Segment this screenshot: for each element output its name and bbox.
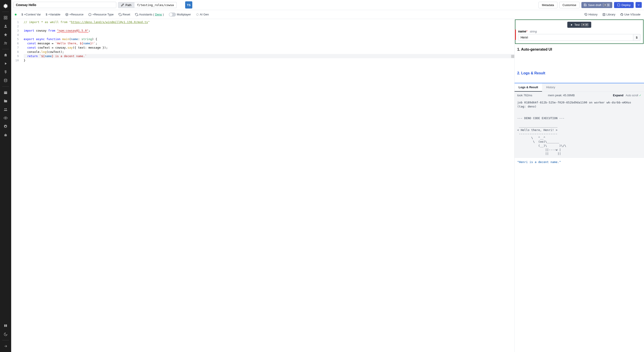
sidebar-arrow-right-icon[interactable] (2, 342, 10, 350)
deploy-label: Deploy (622, 3, 630, 7)
section-logs-title: 2. Logs & Result (514, 68, 644, 76)
sidebar-play-icon[interactable] (2, 60, 10, 68)
cube-icon (88, 13, 92, 16)
cube-icon (65, 13, 68, 16)
param-variable-button[interactable]: $ (633, 34, 640, 41)
sidebar-group-icon[interactable] (2, 105, 10, 113)
line-number: 5 (11, 37, 19, 41)
sidebar-eye-icon[interactable] (2, 114, 10, 122)
toolbar: $ +Context Var $ +Variable +Resource +Re… (11, 10, 644, 19)
variable-label: +Variable (48, 13, 60, 16)
sidebar-gear-icon[interactable] (2, 122, 10, 130)
toggle-icon[interactable] (169, 13, 176, 17)
svg-rect-15 (603, 13, 605, 16)
test-kbd-enter: ↵ (586, 23, 588, 26)
save-icon (584, 3, 587, 7)
history-icon (584, 13, 588, 16)
path-button[interactable]: Path (118, 2, 134, 8)
tab-logs-result[interactable]: Logs & Result (514, 83, 542, 92)
code-body[interactable]: // import * as wmill from "https://deno.… (22, 19, 514, 352)
line-gutter: 1 2 3 4 5 6 7 8 9 10 (11, 19, 22, 352)
code-editor[interactable]: 1 2 3 4 5 6 7 8 9 10 // import * as wmil… (11, 19, 514, 352)
save-draft-label: Save draft (588, 3, 601, 7)
use-vscode-label: Use VScode (624, 13, 640, 16)
svg-rect-12 (4, 134, 7, 136)
assistants-button[interactable]: Assistants (Deno) (135, 13, 164, 16)
resource-button[interactable]: +Resource (65, 13, 84, 16)
expand-button[interactable]: Expand (613, 94, 624, 97)
svg-rect-0 (4, 16, 5, 17)
pencil-icon (121, 3, 124, 7)
sidebar-book-icon[interactable] (2, 322, 10, 330)
multiplayer-toggle[interactable]: Multiplayer (169, 13, 191, 17)
ai-gen-button[interactable]: AI Gen (196, 13, 209, 16)
line-number: 2 (11, 24, 19, 29)
resource-type-button[interactable]: +Resource Type (88, 13, 114, 16)
autoscroll-label: Auto scroll (626, 94, 638, 97)
logo-icon[interactable] (2, 2, 10, 10)
customise-button[interactable]: Customise (559, 2, 580, 8)
context-var-button[interactable]: $ +Context Var (22, 13, 41, 16)
log-output: job 0189d64f-812b-525e-f020-652bd9da1100… (514, 99, 644, 157)
deploy-dropdown-button[interactable] (636, 2, 642, 8)
library-icon (602, 13, 606, 16)
sidebar-db-icon[interactable] (2, 77, 10, 85)
assistants-link[interactable]: Deno (155, 13, 162, 16)
sidebar-moon-icon[interactable] (2, 330, 10, 338)
sidebar-robot-icon[interactable] (2, 131, 10, 139)
language-badge: TS (185, 1, 192, 9)
chevron-down-icon (637, 3, 640, 7)
required-asterisk: * (526, 30, 528, 33)
metadata-button[interactable]: Metadata (538, 2, 557, 8)
param-type-label: string (530, 30, 537, 33)
script-title-input[interactable] (14, 2, 116, 8)
save-draft-button[interactable]: Save draft ✕S (582, 2, 612, 8)
sidebar-user-icon[interactable] (2, 22, 10, 30)
log-duration: took 762ms (517, 94, 532, 97)
use-vscode-button[interactable]: Use VScode (620, 13, 640, 16)
dollar-icon: $ (636, 36, 638, 39)
svg-rect-3 (6, 18, 7, 19)
library-label: Library (606, 13, 616, 16)
sidebar-users-icon[interactable] (2, 39, 10, 47)
svg-point-7 (4, 79, 7, 80)
sparkle-icon (196, 13, 199, 16)
autoscroll-toggle[interactable]: Auto scroll ✓ (626, 94, 641, 97)
tab-history[interactable]: History (542, 83, 559, 92)
log-mem-peak: mem peak: 45.08MB (548, 94, 575, 97)
svg-rect-8 (4, 91, 7, 94)
variable-button[interactable]: $ +Variable (46, 13, 60, 16)
param-name-input[interactable] (518, 34, 633, 41)
param-name-label: name (518, 30, 526, 33)
sidebar-grid-icon[interactable] (2, 14, 10, 22)
test-button-label: Test (574, 23, 580, 27)
line-number: 6 (11, 41, 19, 46)
ai-gen-label: AI Gen (200, 13, 209, 16)
status-dot-icon (15, 14, 16, 16)
left-sidebar (0, 0, 11, 352)
test-button[interactable]: Test ✕↵ (567, 22, 592, 28)
minimap-indicator[interactable] (511, 55, 514, 58)
multiplayer-label: Multiplayer (177, 13, 191, 16)
dollar-icon: $ (46, 13, 48, 16)
sidebar-star-icon[interactable] (2, 31, 10, 39)
required-indicator-icon (515, 30, 516, 40)
sidebar-folder-icon[interactable] (2, 97, 10, 105)
save-kbd-key: S (607, 4, 609, 6)
path-button-label: Path (126, 3, 132, 7)
context-var-label: +Context Var (24, 13, 41, 16)
library-button[interactable]: Library (602, 13, 616, 16)
svg-point-5 (5, 42, 6, 43)
svg-point-4 (5, 25, 6, 26)
sidebar-calendar-icon[interactable] (2, 88, 10, 96)
reset-button[interactable]: Reset (118, 13, 130, 16)
sidebar-dollar-icon[interactable] (2, 68, 10, 76)
sidebar-home-icon[interactable] (2, 51, 10, 59)
play-icon (570, 23, 573, 27)
deploy-button[interactable]: Deploy (614, 2, 634, 8)
line-number: 4 (11, 33, 19, 37)
history-button[interactable]: History (584, 13, 598, 16)
test-panel: Test ✕↵ name* string $ (515, 20, 644, 44)
line-number: 7 (11, 46, 19, 50)
path-value: f/testing_roles/cowsa (134, 2, 177, 8)
